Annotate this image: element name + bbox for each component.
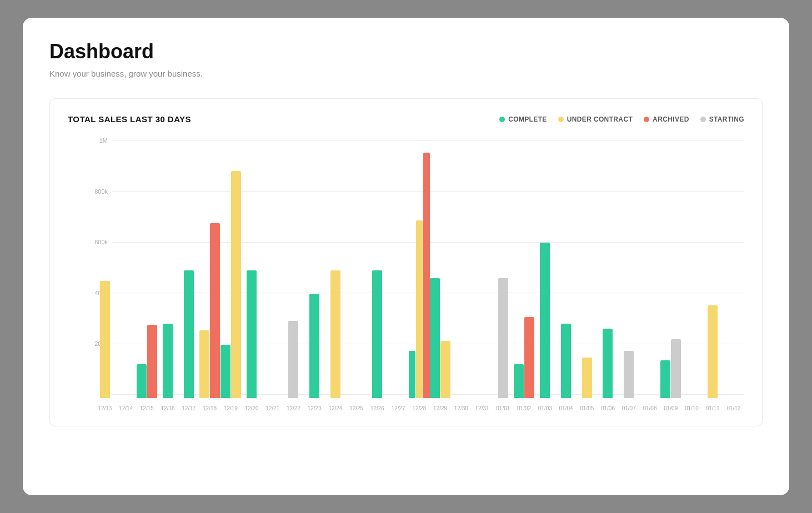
x-axis-label: 01/10 — [681, 401, 703, 415]
bar-group — [514, 137, 535, 398]
bar-complete — [409, 351, 415, 398]
bar-under_contract — [330, 270, 340, 398]
bar-under_contract — [708, 305, 718, 398]
bar-complete — [561, 324, 571, 398]
legend-label-archived: ARCHIVED — [653, 115, 689, 123]
bar-group — [577, 137, 598, 398]
bar-group — [283, 137, 304, 398]
x-axis-label: 12/25 — [346, 401, 367, 415]
bar-under_contract — [231, 171, 241, 398]
legend-item-under_contract: UNDER CONTRACT — [558, 115, 633, 123]
bar-group — [367, 137, 388, 398]
bar-under_contract — [199, 330, 209, 398]
bar-group — [136, 137, 157, 398]
x-axis-label: 01/11 — [702, 401, 723, 415]
bar-group — [472, 137, 493, 398]
bar-archived — [210, 223, 220, 398]
bar-group — [660, 137, 681, 398]
legend-dot-archived — [644, 117, 649, 122]
legend-dot-under_contract — [558, 117, 564, 122]
bar-complete — [137, 364, 147, 398]
legend-dot-complete — [499, 117, 505, 122]
bar-complete — [372, 270, 382, 398]
legend-dot-starting — [700, 117, 706, 122]
x-axis-label: 12/21 — [262, 401, 283, 415]
bar-under_contract — [416, 220, 423, 398]
x-axis-label: 01/08 — [639, 401, 660, 415]
bar-starting — [288, 321, 298, 398]
x-axis-label: 12/24 — [325, 401, 346, 415]
bar-complete — [514, 364, 524, 398]
legend-label-starting: STARTING — [709, 115, 744, 123]
x-axis-label: 01/05 — [577, 401, 598, 415]
bar-archived — [423, 153, 430, 398]
x-axis-label: 12/28 — [409, 401, 430, 415]
bar-group — [430, 137, 451, 398]
x-axis-label: 12/19 — [220, 401, 241, 415]
bar-starting — [671, 339, 681, 398]
x-axis-label: 12/26 — [367, 401, 388, 415]
x-axis-label: 01/09 — [660, 401, 681, 415]
bar-under_contract — [440, 341, 450, 398]
x-axis-label: 12/16 — [157, 401, 178, 415]
bar-archived — [147, 325, 157, 398]
bar-group — [618, 137, 639, 398]
bar-group — [304, 137, 325, 398]
bar-group — [116, 137, 137, 398]
chart-header: TOTAL SALES LAST 30 DAYS COMPLETEUNDER C… — [68, 114, 744, 124]
bar-group — [199, 137, 220, 398]
bar-group — [681, 137, 703, 398]
bar-group — [598, 137, 619, 398]
bar-starting — [624, 351, 634, 398]
bar-complete — [247, 270, 257, 398]
legend-label-under_contract: UNDER CONTRACT — [567, 115, 633, 123]
bar-group — [262, 137, 283, 398]
page-title: Dashboard — [49, 40, 763, 63]
x-axis-label: 12/15 — [136, 401, 157, 415]
x-axis-label: 01/03 — [534, 401, 555, 415]
chart-legend: COMPLETEUNDER CONTRACTARCHIVEDSTARTING — [499, 115, 744, 123]
bar-group — [94, 137, 116, 398]
x-axis-label: 12/14 — [116, 401, 137, 415]
chart-title: TOTAL SALES LAST 30 DAYS — [68, 114, 191, 124]
x-axis-label: 01/02 — [514, 401, 535, 415]
x-labels: 12/1312/1412/1512/1612/1712/1812/1912/20… — [94, 401, 744, 415]
bar-group — [493, 137, 514, 398]
x-axis-label: 12/22 — [283, 401, 304, 415]
bar-complete — [660, 360, 670, 398]
x-axis-label: 12/13 — [94, 401, 116, 415]
legend-item-archived: ARCHIVED — [644, 115, 689, 123]
bar-group — [178, 137, 199, 398]
bar-group — [388, 137, 409, 398]
chart-area: 1M800k600k400k200k0 12/1312/1412/1512/16… — [68, 137, 744, 415]
x-axis-label: 12/29 — [430, 401, 451, 415]
bar-complete — [540, 243, 550, 398]
bars-container — [94, 137, 744, 398]
bar-under_contract — [100, 281, 110, 399]
x-axis-label: 12/20 — [241, 401, 262, 415]
bar-group — [639, 137, 660, 398]
x-axis-label: 01/07 — [618, 401, 639, 415]
legend-item-complete: COMPLETE — [499, 115, 547, 123]
bar-complete — [220, 345, 230, 398]
x-axis-label: 12/23 — [304, 401, 325, 415]
legend-item-starting: STARTING — [700, 115, 744, 123]
x-axis-label: 01/04 — [555, 401, 577, 415]
bar-complete — [163, 324, 173, 398]
x-axis-label: 12/17 — [178, 401, 199, 415]
bar-group — [409, 137, 430, 398]
bar-group — [555, 137, 577, 398]
bar-starting — [498, 278, 508, 398]
x-axis-label: 12/30 — [450, 401, 472, 415]
x-axis-label: 12/18 — [199, 401, 220, 415]
dashboard-card: Dashboard Know your business, grow your … — [23, 18, 789, 495]
bar-archived — [524, 317, 534, 398]
bar-group — [157, 137, 178, 398]
bar-group — [241, 137, 262, 398]
x-axis-label: 12/31 — [472, 401, 493, 415]
bar-group — [723, 137, 744, 398]
bar-complete — [603, 329, 613, 398]
page-subtitle: Know your business, grow your business. — [49, 69, 763, 78]
x-axis-label: 12/27 — [388, 401, 409, 415]
bar-group — [702, 137, 723, 398]
